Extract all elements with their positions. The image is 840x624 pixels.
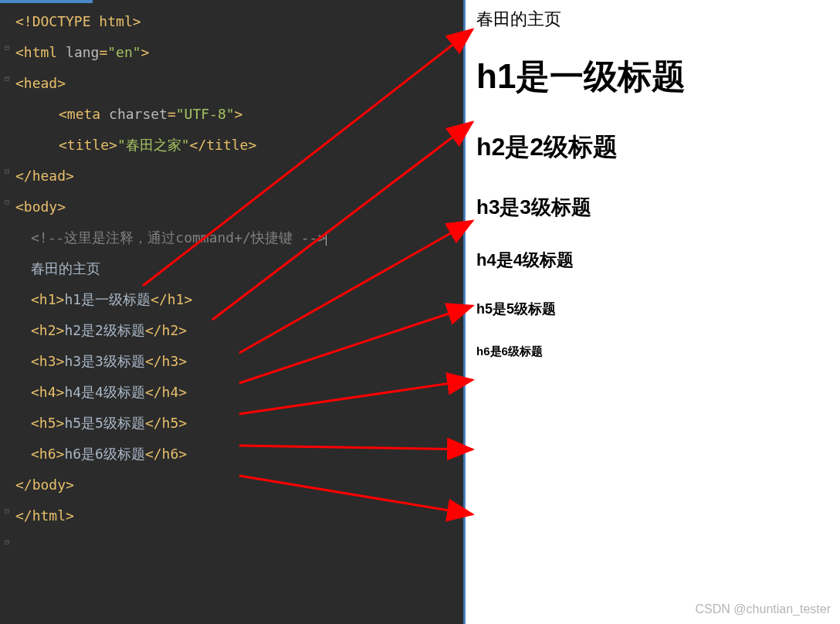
preview-h6: h6是6级标题 xyxy=(476,344,829,359)
code-editor-pane[interactable]: <!DOCTYPE html> <html lang="en"> <head> … xyxy=(0,0,466,624)
fold-icon[interactable]: ⊟ xyxy=(5,538,12,545)
code-line-h5: <h5>h5是5级标题</h5> xyxy=(15,408,466,439)
preview-h1: h1是一级标题 xyxy=(476,54,829,100)
code-line-h3: <h3>h3是3级标题</h3> xyxy=(15,346,466,377)
code-line-h6: <h6>h6是6级标题</h6> xyxy=(15,439,466,470)
preview-h4: h4是4级标题 xyxy=(476,249,829,272)
code-line-head-open: <head> xyxy=(15,68,466,99)
code-line-html-close: </html> xyxy=(15,500,466,531)
fold-icon[interactable]: ⊟ xyxy=(5,198,12,205)
code-line-comment: <!--这里是注释，通过command+/快捷键 --> xyxy=(15,222,466,253)
editor-gutter: ⊟ ⊟ ⊟ ⊟ ⊟ ⊟ xyxy=(0,6,15,624)
fold-icon[interactable]: ⊟ xyxy=(5,74,12,82)
code-line-head-close: </head> xyxy=(15,161,466,192)
fold-icon[interactable]: ⊟ xyxy=(5,43,12,51)
fold-icon[interactable]: ⊟ xyxy=(5,507,12,514)
code-content[interactable]: <!DOCTYPE html> <html lang="en"> <head> … xyxy=(0,6,466,531)
code-line-body-open: <body> xyxy=(15,192,466,222)
preview-plain-text: 春田的主页 xyxy=(476,8,829,31)
preview-h5: h5是5级标题 xyxy=(476,300,829,318)
preview-h3: h3是3级标题 xyxy=(476,194,829,221)
text-cursor xyxy=(326,232,327,246)
fold-icon[interactable]: ⊟ xyxy=(5,167,12,175)
code-line-doctype: <!DOCTYPE html> xyxy=(15,6,466,37)
code-line-h2: <h2>h2是2级标题</h2> xyxy=(15,315,466,346)
code-line-plaintext: 春田的主页 xyxy=(15,253,466,284)
code-line-title: <title>"春田之家"</title> xyxy=(15,130,466,161)
browser-preview-pane: 春田的主页 h1是一级标题 h2是2级标题 h3是3级标题 h4是4级标题 h5… xyxy=(466,0,840,624)
code-line-body-close: </body> xyxy=(15,470,466,500)
code-line-h4: <h4>h4是4级标题</h4> xyxy=(15,377,466,408)
code-line-html-open: <html lang="en"> xyxy=(15,37,466,68)
code-line-h1: <h1>h1是一级标题</h1> xyxy=(15,284,466,315)
watermark-text: CSDN @chuntian_tester xyxy=(696,602,831,616)
code-line-meta: <meta charset="UTF-8"> xyxy=(15,99,466,130)
preview-h2: h2是2级标题 xyxy=(476,131,829,164)
